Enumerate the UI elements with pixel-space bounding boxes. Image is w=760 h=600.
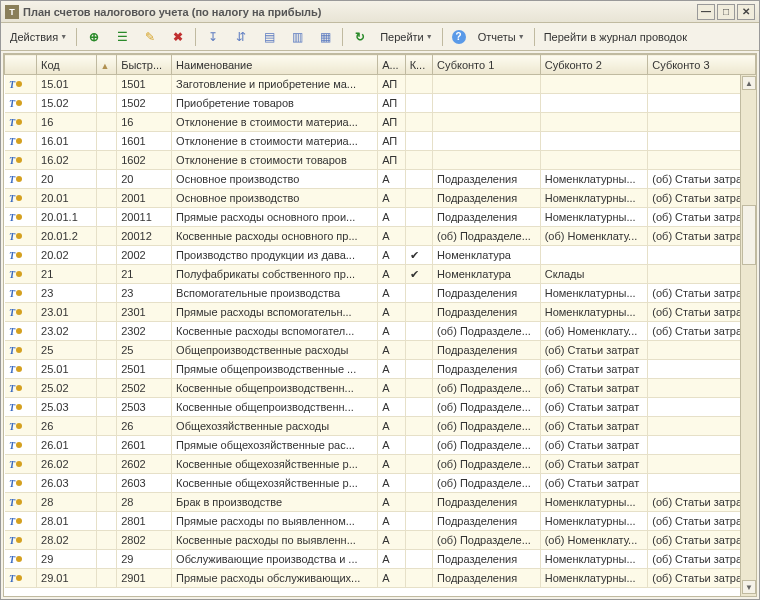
- code-cell: 16: [37, 113, 97, 132]
- app-icon: T: [5, 5, 19, 19]
- table-row[interactable]: T15.021502Приобретение товаровАП: [5, 94, 756, 113]
- header-row: Код ▲ Быстр... Наименование А... К... Су…: [5, 55, 756, 75]
- table-row[interactable]: T2020Основное производствоАПодразделения…: [5, 170, 756, 189]
- status-dot: [16, 366, 22, 372]
- table-row[interactable]: T26.012601Прямые общехозяйственные рас..…: [5, 436, 756, 455]
- separator: [442, 28, 443, 46]
- sort-cell: [96, 493, 117, 512]
- actions-menu[interactable]: Действия▼: [5, 26, 72, 48]
- k-cell: [405, 436, 432, 455]
- add-list-button[interactable]: ☰: [109, 26, 135, 48]
- a-cell: А: [378, 398, 405, 417]
- add-list-icon: ☰: [114, 29, 130, 45]
- sub2-cell: (об) Статьи затрат: [540, 379, 648, 398]
- table-row[interactable]: T15.011501Заготовление и приобретение ма…: [5, 75, 756, 94]
- row-icon-cell: T: [5, 436, 37, 455]
- status-dot: [16, 233, 22, 239]
- delete-button[interactable]: ✖: [165, 26, 191, 48]
- table-row[interactable]: T1616Отклонение в стоимости материа...АП: [5, 113, 756, 132]
- table-row[interactable]: T29.012901Прямые расходы обслуживающих..…: [5, 569, 756, 588]
- account-icon: T: [9, 497, 15, 508]
- scroll-down-button[interactable]: ▼: [742, 580, 756, 594]
- a-cell: А: [378, 474, 405, 493]
- vertical-scrollbar[interactable]: ▲ ▼: [740, 75, 756, 596]
- reports-menu[interactable]: Отчеты▼: [473, 26, 530, 48]
- filter3-button[interactable]: ▦: [312, 26, 338, 48]
- col-sub2[interactable]: Субконто 2: [540, 55, 648, 75]
- table-row[interactable]: T25.032503Косвенные общепроизводственн..…: [5, 398, 756, 417]
- sub2-cell: (об) Номенклату...: [540, 531, 648, 550]
- sort-cell: [96, 531, 117, 550]
- hier-button[interactable]: ⇵: [228, 26, 254, 48]
- fast-cell: 20011: [117, 208, 172, 227]
- table-row[interactable]: T2525Общепроизводственные расходыАПодраз…: [5, 341, 756, 360]
- col-icon[interactable]: [5, 55, 37, 75]
- col-fast[interactable]: Быстр...: [117, 55, 172, 75]
- help-button[interactable]: ?: [447, 26, 471, 48]
- sub2-cell: Номенклатурны...: [540, 303, 648, 322]
- table-row[interactable]: T28.012801Прямые расходы по выявленном..…: [5, 512, 756, 531]
- col-sub3[interactable]: Субконто 3: [648, 55, 756, 75]
- filter1-button[interactable]: ▤: [256, 26, 282, 48]
- k-cell: [405, 493, 432, 512]
- k-cell: [405, 455, 432, 474]
- a-cell: А: [378, 322, 405, 341]
- table-row[interactable]: T2121Полуфабрикаты собственного пр...А✔Н…: [5, 265, 756, 284]
- table-row[interactable]: T26.022602Косвенные общехозяйственные р.…: [5, 455, 756, 474]
- k-cell: [405, 303, 432, 322]
- name-cell: Основное производство: [172, 170, 378, 189]
- col-name[interactable]: Наименование: [172, 55, 378, 75]
- table-row[interactable]: T25.022502Косвенные общепроизводственн..…: [5, 379, 756, 398]
- table-row[interactable]: T20.012001Основное производствоАПодразде…: [5, 189, 756, 208]
- sub1-cell: Подразделения: [433, 360, 541, 379]
- edit-button[interactable]: ✎: [137, 26, 163, 48]
- journal-button[interactable]: Перейти в журнал проводок: [539, 26, 692, 48]
- account-icon: T: [9, 288, 15, 299]
- col-a[interactable]: А...: [378, 55, 405, 75]
- table-row[interactable]: T20.022002Производство продукции из дава…: [5, 246, 756, 265]
- sort-cell: [96, 322, 117, 341]
- add-button[interactable]: ⊕: [81, 26, 107, 48]
- row-icon-cell: T: [5, 94, 37, 113]
- sort-cell: [96, 189, 117, 208]
- a-cell: А: [378, 208, 405, 227]
- table-row[interactable]: T16.021602Отклонение в стоимости товаров…: [5, 151, 756, 170]
- sub1-cell: Подразделения: [433, 303, 541, 322]
- close-button[interactable]: ✕: [737, 4, 755, 20]
- sub1-cell: Подразделения: [433, 208, 541, 227]
- table-row[interactable]: T26.032603Косвенные общехозяйственные р.…: [5, 474, 756, 493]
- col-sort[interactable]: ▲: [96, 55, 117, 75]
- goto-menu[interactable]: Перейти▼: [375, 26, 438, 48]
- table-row[interactable]: T2929Обслуживающие производства и ...АПо…: [5, 550, 756, 569]
- minimize-button[interactable]: —: [697, 4, 715, 20]
- col-code[interactable]: Код: [37, 55, 97, 75]
- refresh-button[interactable]: ↻: [347, 26, 373, 48]
- scroll-up-button[interactable]: ▲: [742, 76, 756, 90]
- sub2-cell: (об) Статьи затрат: [540, 398, 648, 417]
- account-icon: T: [9, 535, 15, 546]
- sub1-cell: Номенклатура: [433, 246, 541, 265]
- scroll-thumb[interactable]: [742, 205, 756, 265]
- filter2-button[interactable]: ▥: [284, 26, 310, 48]
- table-row[interactable]: T2828Брак в производствеАПодразделенияНо…: [5, 493, 756, 512]
- status-dot: [16, 499, 22, 505]
- sub1-cell: Подразделения: [433, 512, 541, 531]
- col-k[interactable]: К...: [405, 55, 432, 75]
- table-row[interactable]: T28.022802Косвенные расходы по выявленн.…: [5, 531, 756, 550]
- table-row[interactable]: T20.01.120011Прямые расходы основного пр…: [5, 208, 756, 227]
- table-row[interactable]: T23.022302Косвенные расходы вспомогател.…: [5, 322, 756, 341]
- account-icon: T: [9, 402, 15, 413]
- name-cell: Косвенные общепроизводственн...: [172, 379, 378, 398]
- sort-cell: [96, 436, 117, 455]
- col-sub1[interactable]: Субконто 1: [433, 55, 541, 75]
- table-row[interactable]: T2626Общехозяйственные расходыА(об) Подр…: [5, 417, 756, 436]
- maximize-button[interactable]: □: [717, 4, 735, 20]
- k-cell: [405, 151, 432, 170]
- sub2-cell: [540, 246, 648, 265]
- table-row[interactable]: T23.012301Прямые расходы вспомогательн..…: [5, 303, 756, 322]
- move-button[interactable]: ↧: [200, 26, 226, 48]
- table-row[interactable]: T25.012501Прямые общепроизводственные ..…: [5, 360, 756, 379]
- table-row[interactable]: T2323Вспомогательные производстваАПодраз…: [5, 284, 756, 303]
- table-row[interactable]: T20.01.220012Косвенные расходы основного…: [5, 227, 756, 246]
- table-row[interactable]: T16.011601Отклонение в стоимости материа…: [5, 132, 756, 151]
